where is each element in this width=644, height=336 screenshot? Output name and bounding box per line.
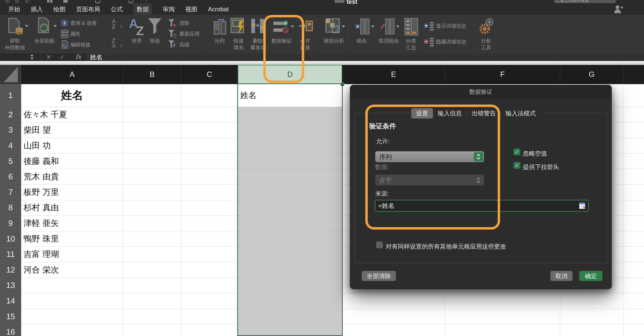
cell-B16[interactable] [123,324,181,336]
properties-label[interactable]: 属性 [70,30,80,37]
advanced-filter-label[interactable]: 高级 [179,41,190,48]
column-header-G[interactable]: G [560,65,623,84]
cell-D8[interactable] [238,200,342,216]
dropdown-arrow-icon[interactable] [371,25,374,28]
cell-G15[interactable] [560,309,623,325]
dropdown-arrow-icon[interactable] [396,25,400,28]
data-validation-icon[interactable] [273,20,290,34]
cell-A15[interactable] [21,309,123,325]
cell-A6[interactable]: 荒木 由貴 [21,169,123,184]
cell-A1[interactable]: 姓名 [21,84,123,107]
cell-C15[interactable] [181,309,238,325]
clear-filter-label[interactable]: 清除 [179,20,190,26]
cell-E14[interactable] [342,293,445,309]
row-header-11[interactable]: 11 [0,247,21,262]
cell-D10[interactable] [238,231,342,247]
cell-B13[interactable] [123,278,181,294]
what-if-analysis-icon[interactable]: ? [325,18,342,35]
menu-item-Acrobat[interactable]: Acrobat [208,3,228,15]
source-input[interactable]: =姓名 [375,200,589,212]
analysis-tools-label[interactable]: 分析 [460,37,512,44]
menu-item-插入[interactable]: 插入 [31,3,43,15]
show-detail-label[interactable]: 显示详细信息 [436,23,466,29]
edit-links-label[interactable]: 编辑链接 [70,41,90,48]
cell-D1[interactable]: 姓名 [238,84,342,107]
properties-icon[interactable] [61,30,68,38]
row-header-8[interactable]: 8 [0,200,21,216]
cell-H2[interactable] [623,107,644,123]
cell-F16[interactable] [445,324,560,336]
dialog-tab-输入信息[interactable]: 输入信息 [433,108,467,119]
cell-B5[interactable] [123,154,181,169]
cell-D3[interactable] [238,123,342,138]
select-all-corner[interactable] [0,65,21,84]
formula-input[interactable]: 姓名 [87,53,644,61]
window-minimize-icon[interactable] [15,0,20,3]
remove-duplicates-icon[interactable] [250,18,266,35]
cell-H8[interactable] [623,200,644,216]
cell-C7[interactable] [181,184,238,200]
consolidate-icon[interactable] [298,19,313,35]
cell-C12[interactable] [181,262,238,278]
cancel-entry-icon[interactable]: ✕ [46,53,51,61]
cell-C1[interactable] [181,84,238,107]
cell-H14[interactable] [623,293,644,309]
cell-H13[interactable] [623,278,644,294]
ok-button[interactable]: 确定 [579,271,602,281]
sort-asc-icon[interactable]: AZ [112,19,116,29]
apply-all-checkbox[interactable] [376,242,383,248]
cell-C6[interactable] [181,169,238,184]
confirm-entry-icon[interactable]: ✓ [60,53,65,61]
cell-H10[interactable] [623,231,644,247]
cell-B2[interactable] [123,107,181,123]
filter-icon[interactable] [147,17,162,35]
dropdown-arrow-icon[interactable] [54,25,57,27]
view-grid-icon[interactable] [47,0,49,3]
cell-A16[interactable] [21,324,123,336]
row-header-13[interactable]: 13 [0,278,21,294]
cell-E16[interactable] [342,324,445,336]
subtotal-icon[interactable] [404,18,418,35]
cell-A8[interactable]: 杉村 真由 [21,200,123,216]
text-to-columns-icon[interactable] [213,18,227,35]
row-header-10[interactable]: 10 [0,231,21,247]
menu-item-页面布局[interactable]: 页面布局 [76,3,100,15]
cell-F15[interactable] [445,309,560,325]
column-header-C[interactable]: C [181,65,238,84]
cell-D11[interactable] [238,247,342,262]
flash-fill-icon[interactable] [230,18,246,35]
allow-select[interactable]: 序列 [375,151,484,162]
cell-D15[interactable] [238,309,342,325]
ignore-blank-checkbox[interactable]: ✓ [514,149,520,155]
cell-H12[interactable] [623,262,644,278]
cell-B7[interactable] [123,184,181,200]
row-header-7[interactable]: 7 [0,184,21,200]
cell-H7[interactable] [623,184,644,200]
menu-item-审阅[interactable]: 审阅 [163,3,175,15]
cell-C9[interactable] [181,216,238,231]
cell-D2[interactable] [238,107,342,123]
row-header-4[interactable]: 4 [0,138,21,154]
cell-A14[interactable] [21,293,123,309]
cell-B6[interactable] [123,169,181,184]
row-header-16[interactable]: 16 [0,324,21,336]
column-header-E[interactable]: E [342,65,445,84]
remove-duplicates-label2[interactable]: 重复项 [232,44,284,51]
cell-D7[interactable] [238,184,342,200]
dropdown-arrow-icon[interactable] [291,25,294,28]
clear-all-button[interactable]: 全部清除 [362,271,396,281]
cell-B3[interactable] [123,123,181,138]
cell-H1[interactable] [623,84,644,107]
range-selector-icon[interactable] [579,202,586,210]
cell-D5[interactable] [238,154,342,169]
select-stepper-icon[interactable] [474,152,483,161]
cell-H4[interactable] [623,138,644,154]
window-zoom-icon[interactable] [25,0,29,3]
cancel-button[interactable]: 取消 [550,271,572,281]
dialog-tab-设置[interactable]: 设置 [411,108,433,119]
cell-B11[interactable] [123,247,181,262]
undo-icon[interactable] [95,0,100,3]
cell-C14[interactable] [181,293,238,309]
search-input[interactable]: ⌄ 在工作表中搜索 [554,0,616,3]
row-header-5[interactable]: 5 [0,154,21,169]
